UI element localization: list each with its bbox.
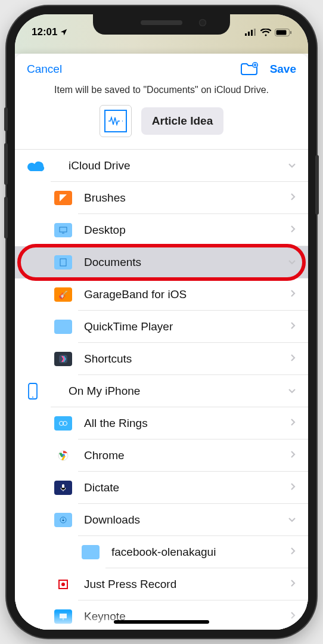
chevron-right-icon [290, 289, 296, 300]
app-record-icon [27, 577, 84, 592]
notch [93, 14, 230, 35]
chevron-down-icon [288, 160, 296, 171]
save-sheet: Cancel Save Item will be saved to "Docum… [15, 54, 308, 630]
chevron-right-icon [290, 611, 296, 622]
chevron-right-icon [290, 193, 296, 203]
app-dictate-icon [27, 481, 84, 495]
folder-row[interactable]: Shortcuts [15, 343, 308, 375]
status-time: 12:01 [32, 26, 57, 38]
location-icon [60, 28, 68, 36]
folder-plain-icon [27, 545, 111, 559]
folder-label: iCloud Drive [69, 159, 288, 172]
folder-label: Just Press Record [84, 578, 290, 591]
folder-label: Dictate [84, 481, 290, 494]
svg-rect-9 [60, 227, 67, 232]
new-folder-icon[interactable] [240, 62, 258, 76]
folder-row[interactable]: Documents [15, 246, 308, 278]
chevron-down-icon [288, 515, 296, 525]
svg-rect-22 [60, 614, 67, 618]
cloud-icon [27, 159, 69, 172]
svg-rect-0 [245, 33, 247, 36]
folder-label: GarageBand for iOS [84, 288, 290, 301]
app-shortcuts-icon [27, 352, 84, 366]
folder-label: Brushes [84, 191, 290, 205]
svg-point-13 [32, 397, 33, 398]
folder-row[interactable]: On My iPhone [15, 375, 308, 407]
home-indicator [114, 620, 209, 624]
folder-row[interactable]: Downloads [15, 504, 308, 536]
app-garageband-icon: 🎸 [27, 287, 84, 302]
folder-label: Shortcuts [84, 352, 290, 366]
file-type-icon [100, 105, 132, 137]
folder-row[interactable]: Desktop [15, 214, 308, 246]
app-orange-icon [27, 191, 84, 205]
chevron-right-icon [290, 418, 296, 429]
folder-row[interactable]: Brushes [15, 182, 308, 214]
screen: 12:01 Cancel Save Item will be saved to … [15, 14, 308, 630]
phone-frame: 12:01 Cancel Save Item will be saved to … [7, 6, 316, 638]
chevron-right-icon [290, 579, 296, 590]
chevron-right-icon [290, 547, 296, 558]
folder-row[interactable]: facebook-olenakagui [15, 536, 308, 568]
svg-rect-6 [290, 31, 291, 34]
folder-desktop-icon [27, 223, 84, 237]
file-name-chip[interactable]: Article Idea [141, 107, 223, 135]
file-preview-row: Article Idea [15, 105, 308, 149]
app-rings-icon [27, 416, 84, 431]
chevron-right-icon [290, 225, 296, 236]
chevron-right-icon [290, 321, 296, 332]
svg-point-21 [61, 583, 65, 586]
folder-row[interactable]: All the Rings [15, 407, 308, 439]
save-location-subtitle: Item will be saved to "Documents" on iCl… [15, 82, 308, 105]
svg-rect-5 [277, 30, 287, 35]
cancel-button[interactable]: Cancel [27, 63, 62, 76]
folder-row[interactable]: Chrome [15, 439, 308, 472]
folder-doc-icon [27, 255, 84, 270]
folder-plain-icon [27, 320, 84, 334]
folder-list[interactable]: iCloud DriveBrushesDesktopDocuments🎸Gara… [15, 149, 308, 630]
chevron-right-icon [290, 354, 296, 364]
chevron-down-icon [288, 257, 296, 268]
svg-rect-1 [248, 32, 250, 36]
chevron-right-icon [290, 450, 296, 461]
chevron-right-icon [290, 482, 296, 493]
app-chrome-icon [27, 448, 84, 463]
iphone-icon [27, 382, 69, 400]
folder-row[interactable]: Just Press Record [15, 568, 308, 600]
folder-label: facebook-olenakagui [111, 546, 290, 559]
svg-rect-10 [60, 259, 66, 266]
wifi-icon [260, 29, 271, 36]
folder-row[interactable]: iCloud Drive [15, 150, 308, 182]
folder-label: Chrome [84, 449, 290, 462]
folder-row[interactable]: Dictate [15, 472, 308, 504]
battery-icon [275, 29, 291, 36]
folder-label: Documents [84, 256, 288, 269]
folder-row[interactable]: QuickTime Player [15, 311, 308, 343]
save-button[interactable]: Save [270, 63, 296, 76]
folder-label: Downloads [84, 513, 288, 527]
cellular-icon [245, 29, 257, 36]
svg-rect-2 [251, 30, 253, 36]
app-keynote-icon [27, 609, 84, 624]
folder-row[interactable]: Keynote [15, 600, 308, 630]
folder-row[interactable]: 🎸GarageBand for iOS [15, 278, 308, 311]
nav-bar: Cancel Save [15, 54, 308, 82]
svg-rect-3 [254, 29, 256, 36]
folder-label: All the Rings [84, 417, 290, 430]
chevron-down-icon [288, 386, 296, 397]
folder-label: On My iPhone [69, 385, 288, 398]
folder-downloads-icon [27, 513, 84, 527]
folder-label: Desktop [84, 224, 290, 237]
folder-label: QuickTime Player [84, 320, 290, 333]
